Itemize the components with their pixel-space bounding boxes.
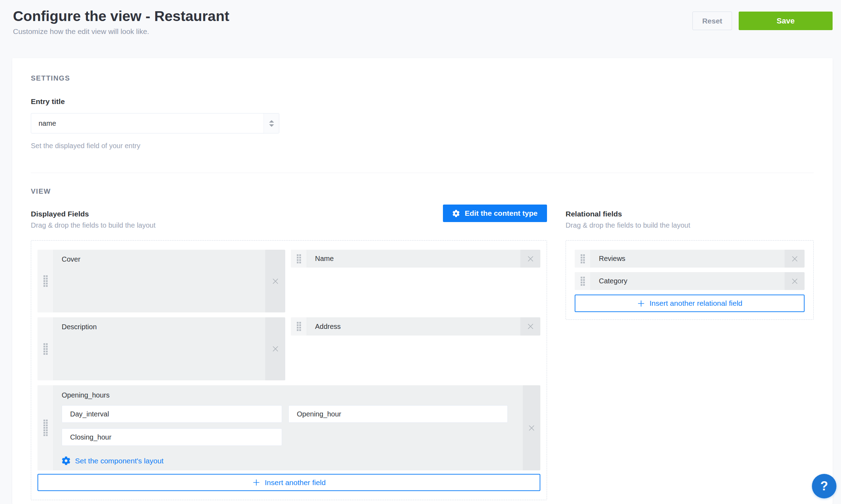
field-row-description[interactable]: Description <box>37 317 285 380</box>
relational-fields-subtitle: Drag & drop the fields to build the layo… <box>566 221 814 230</box>
component-subfield-closing-hour[interactable]: Closing_hour <box>62 428 282 446</box>
remove-field-button[interactable] <box>265 317 285 380</box>
insert-another-field-button[interactable]: Insert another field <box>37 474 540 491</box>
drag-dots-icon <box>297 254 301 263</box>
subfield-label: Opening_hour <box>297 410 341 418</box>
drag-dots-icon <box>297 322 301 331</box>
component-subfield-opening-hour[interactable]: Opening_hour <box>288 405 508 423</box>
remove-field-button[interactable] <box>520 317 540 336</box>
chevron-down-icon <box>269 124 274 127</box>
drag-handle[interactable] <box>37 385 54 470</box>
view-section-label: VIEW <box>31 188 814 195</box>
field-label: Name <box>315 255 334 263</box>
drag-handle[interactable] <box>575 272 591 290</box>
settings-section-label: SETTINGS <box>31 75 814 82</box>
header-actions: Reset Save <box>692 12 833 30</box>
displayed-fields-column: Displayed Fields Drag & drop the fields … <box>31 209 547 500</box>
drag-handle[interactable] <box>291 250 307 268</box>
set-component-layout-link[interactable]: Set the component's layout <box>62 456 164 465</box>
page-header-text: Configure the view - Restaurant Customiz… <box>13 8 229 36</box>
relational-fields-heading: Relational fields Drag & drop the fields… <box>566 209 814 230</box>
field-row-name[interactable]: Name <box>291 250 540 268</box>
remove-field-button[interactable] <box>785 250 805 268</box>
entry-title-select-value: name <box>31 119 56 127</box>
page-header: Configure the view - Restaurant Customiz… <box>13 8 833 36</box>
edit-content-type-label: Edit the content type <box>465 209 538 218</box>
gear-icon <box>452 210 460 217</box>
entry-title-select[interactable]: name <box>31 113 279 133</box>
entry-title-help-text: Set the displayed field of your entry <box>31 142 814 150</box>
displayed-fields-heading: Displayed Fields Drag & drop the fields … <box>31 209 156 230</box>
relational-fields-dropzone: Reviews Category Insert another relation… <box>566 240 814 320</box>
drag-dots-icon <box>43 420 48 436</box>
page-title: Configure the view - Restaurant <box>13 8 229 25</box>
close-icon <box>525 321 536 332</box>
subfield-label: Day_interval <box>70 410 109 418</box>
insert-another-relational-field-label: Insert another relational field <box>650 299 743 308</box>
set-component-layout-label: Set the component's layout <box>75 457 164 465</box>
chevron-up-icon <box>269 120 274 123</box>
help-button-label: ? <box>820 479 828 493</box>
drag-handle[interactable] <box>37 317 54 380</box>
edit-content-type-button[interactable]: Edit the content type <box>443 205 547 222</box>
reset-button[interactable]: Reset <box>692 12 732 30</box>
plus-icon <box>252 478 260 486</box>
relational-row-category[interactable]: Category <box>575 272 805 290</box>
drag-dots-icon <box>581 254 585 263</box>
close-icon <box>270 344 281 354</box>
subfield-label: Closing_hour <box>70 433 111 441</box>
remove-field-button[interactable] <box>785 272 805 290</box>
remove-component-button[interactable] <box>523 385 540 470</box>
drag-dots-icon <box>581 277 585 286</box>
help-button[interactable]: ? <box>812 474 836 498</box>
plus-icon <box>637 299 645 308</box>
relational-row-reviews[interactable]: Reviews <box>575 250 805 268</box>
close-icon <box>525 254 536 264</box>
insert-another-relational-field-button[interactable]: Insert another relational field <box>575 295 805 312</box>
drag-handle[interactable] <box>37 250 54 312</box>
save-button[interactable]: Save <box>739 12 833 30</box>
drag-dots-icon <box>43 343 48 355</box>
component-subfield-day-interval[interactable]: Day_interval <box>62 405 282 423</box>
displayed-fields-title: Displayed Fields <box>31 209 156 219</box>
field-label: Description <box>62 323 97 331</box>
configure-view-card: SETTINGS Entry title name Set the displa… <box>12 58 833 504</box>
close-icon <box>270 276 281 286</box>
drag-handle[interactable] <box>575 250 591 268</box>
gear-icon <box>62 456 70 465</box>
section-divider <box>31 173 814 173</box>
component-row-opening-hours[interactable]: Opening_hours Day_interval Opening_hour … <box>37 385 540 470</box>
close-icon <box>526 423 537 433</box>
insert-another-field-label: Insert another field <box>265 478 326 487</box>
drag-handle[interactable] <box>291 317 307 336</box>
close-icon <box>789 276 800 286</box>
page-subtitle: Customize how the edit view will look li… <box>13 27 229 36</box>
component-label: Opening_hours <box>62 391 514 399</box>
displayed-fields-subtitle: Drag & drop the fields to build the layo… <box>31 221 156 230</box>
remove-field-button[interactable] <box>520 250 540 268</box>
field-label: Reviews <box>599 255 625 263</box>
entry-title-label: Entry title <box>31 97 814 106</box>
close-icon <box>789 254 800 264</box>
remove-field-button[interactable] <box>265 250 285 312</box>
field-row-cover[interactable]: Cover <box>37 250 285 312</box>
field-label: Category <box>599 277 627 285</box>
displayed-fields-dropzone: Cover Name <box>31 240 547 500</box>
relational-fields-column: Relational fields Drag & drop the fields… <box>566 209 814 500</box>
relational-fields-title: Relational fields <box>566 209 814 219</box>
field-label: Address <box>315 323 341 331</box>
field-row-address[interactable]: Address <box>291 317 540 336</box>
field-label: Cover <box>62 255 80 263</box>
select-arrows-icon <box>264 113 279 133</box>
drag-dots-icon <box>43 275 48 287</box>
